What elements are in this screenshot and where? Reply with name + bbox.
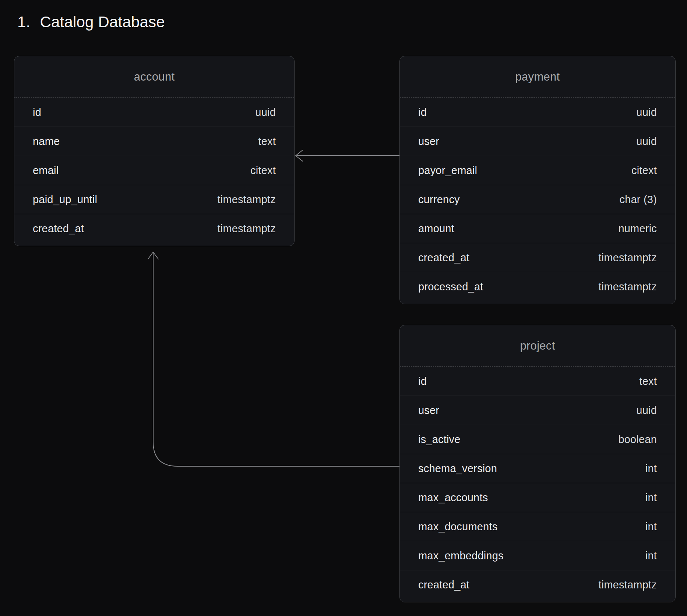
column-name: user	[418, 404, 439, 417]
column-type: int	[645, 550, 657, 562]
column-row[interactable]: processed_attimestamptz	[400, 272, 675, 301]
table-payment-name: payment	[515, 70, 560, 84]
table-project-name: project	[520, 339, 555, 353]
column-type: char (3)	[619, 194, 657, 206]
column-name: processed_at	[418, 281, 483, 293]
column-row[interactable]: emailcitext	[14, 156, 294, 185]
column-row[interactable]: paid_up_untiltimestamptz	[14, 185, 294, 214]
column-name: schema_version	[418, 463, 497, 475]
table-payment-header[interactable]: payment	[400, 56, 675, 98]
column-name: created_at	[418, 252, 469, 264]
table-payment-rows: iduuiduseruuidpayor_emailcitextcurrencyc…	[400, 98, 675, 301]
column-type: uuid	[636, 135, 657, 148]
column-type: citext	[250, 164, 276, 177]
column-name: amount	[418, 223, 454, 235]
column-row[interactable]: max_embeddingsint	[400, 541, 675, 570]
column-row[interactable]: iduuid	[14, 98, 294, 127]
column-type: int	[645, 521, 657, 533]
column-name: max_documents	[418, 521, 497, 533]
column-type: int	[645, 463, 657, 475]
table-account-name: account	[134, 70, 175, 84]
table-project-header[interactable]: project	[400, 325, 675, 367]
table-account[interactable]: account iduuidnametextemailcitextpaid_up…	[14, 56, 295, 246]
table-account-rows: iduuidnametextemailcitextpaid_up_untilti…	[14, 98, 294, 243]
column-type: uuid	[636, 404, 657, 417]
column-type: text	[258, 135, 276, 148]
column-row[interactable]: amountnumeric	[400, 214, 675, 243]
column-name: id	[418, 106, 427, 118]
column-row[interactable]: max_documentsint	[400, 512, 675, 541]
column-name: created_at	[33, 223, 84, 235]
table-project-rows: idtextuseruuidis_activebooleanschema_ver…	[400, 367, 675, 599]
column-name: max_accounts	[418, 492, 488, 504]
column-row[interactable]: useruuid	[400, 127, 675, 156]
column-row[interactable]: is_activeboolean	[400, 425, 675, 454]
column-row[interactable]: created_attimestamptz	[14, 214, 294, 243]
table-account-header[interactable]: account	[14, 56, 294, 98]
column-name: currency	[418, 194, 460, 206]
column-type: timestamptz	[598, 252, 657, 264]
column-type: uuid	[255, 106, 276, 118]
arrowhead-up-icon	[148, 252, 158, 259]
arrowhead-left-icon	[296, 150, 303, 161]
column-row[interactable]: max_accountsint	[400, 483, 675, 512]
column-row[interactable]: idtext	[400, 367, 675, 396]
column-name: paid_up_until	[33, 194, 97, 206]
column-type: boolean	[618, 433, 657, 446]
column-row[interactable]: schema_versionint	[400, 454, 675, 483]
column-row[interactable]: nametext	[14, 127, 294, 156]
column-type: citext	[631, 164, 657, 177]
column-row[interactable]: created_attimestamptz	[400, 570, 675, 599]
column-row[interactable]: useruuid	[400, 396, 675, 425]
table-project[interactable]: project idtextuseruuidis_activebooleansc…	[399, 325, 676, 602]
column-name: max_embeddings	[418, 550, 504, 562]
column-row[interactable]: created_attimestamptz	[400, 243, 675, 272]
column-name: user	[418, 135, 439, 148]
column-type: uuid	[636, 106, 657, 118]
column-type: numeric	[618, 223, 657, 235]
column-type: timestamptz	[598, 579, 657, 591]
diagram-canvas: 1. Catalog Database account iduuidnamete…	[0, 0, 687, 616]
column-type: timestamptz	[217, 194, 276, 206]
column-name: email	[33, 164, 59, 177]
relationship-line-project-to-account	[153, 253, 399, 466]
page-title: 1. Catalog Database	[17, 13, 165, 31]
column-type: timestamptz	[217, 223, 276, 235]
column-type: timestamptz	[598, 281, 657, 293]
page-title-number: 1.	[17, 13, 30, 31]
column-row[interactable]: iduuid	[400, 98, 675, 127]
column-name: is_active	[418, 433, 461, 446]
column-name: name	[33, 135, 60, 148]
page-title-text: Catalog Database	[40, 13, 165, 31]
column-name: id	[418, 375, 427, 387]
column-type: text	[639, 375, 657, 387]
column-name: id	[33, 106, 41, 118]
column-row[interactable]: currencychar (3)	[400, 185, 675, 214]
column-type: int	[645, 492, 657, 504]
column-name: payor_email	[418, 164, 477, 177]
column-row[interactable]: payor_emailcitext	[400, 156, 675, 185]
column-name: created_at	[418, 579, 469, 591]
table-payment[interactable]: payment iduuiduseruuidpayor_emailcitextc…	[399, 56, 676, 304]
